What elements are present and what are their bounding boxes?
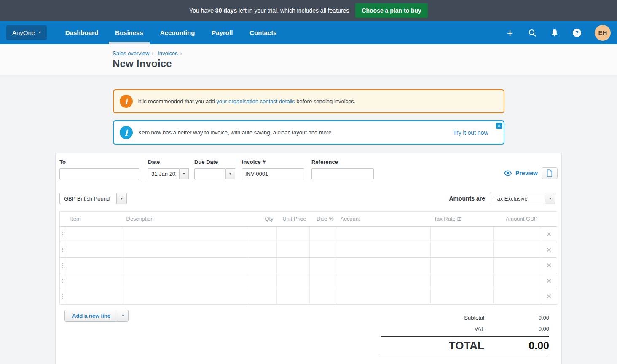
breadcrumb: Sales overview› Invoices› — [113, 50, 617, 56]
unit-price-cell[interactable] — [277, 242, 310, 258]
drag-handle-icon[interactable] — [62, 232, 65, 237]
amounts-are-value: Tax Exclusive — [490, 193, 545, 204]
tax-rate-cell[interactable] — [431, 242, 494, 258]
org-menu-button[interactable]: AnyOne ▾ — [6, 25, 47, 40]
invoice-number-input[interactable] — [242, 168, 304, 179]
handle-column-header — [60, 212, 67, 227]
nav-accounting[interactable]: Accounting — [155, 21, 201, 44]
tax-rate-expand-icon[interactable]: ⊞ — [457, 216, 461, 222]
amounts-are-caret-icon: ▾ — [545, 193, 555, 204]
account-cell[interactable] — [337, 227, 431, 242]
help-icon[interactable]: ? — [572, 28, 582, 37]
close-icon[interactable]: ✕ — [496, 123, 502, 129]
unit-price-cell[interactable] — [277, 289, 310, 305]
due-date-picker-caret-icon[interactable]: ▾ — [226, 168, 235, 179]
total-value: 0.00 — [484, 340, 549, 352]
amount-cell[interactable] — [494, 273, 541, 289]
delete-row-icon[interactable]: ✕ — [546, 246, 552, 253]
delete-column-header — [541, 212, 557, 227]
item-cell[interactable] — [67, 289, 123, 305]
delete-row-icon[interactable]: ✕ — [546, 278, 552, 284]
item-cell[interactable] — [67, 273, 123, 289]
currency-select[interactable]: GBP British Pound ▾ — [59, 193, 127, 204]
preview-button[interactable]: Preview — [504, 170, 538, 177]
drag-handle-icon[interactable] — [62, 247, 65, 252]
account-cell[interactable] — [337, 242, 431, 258]
warning-info-icon: i — [120, 95, 133, 108]
vat-label: VAT — [381, 326, 484, 332]
notifications-bell-icon[interactable] — [550, 28, 559, 37]
item-cell[interactable] — [67, 227, 123, 242]
delete-row-icon[interactable]: ✕ — [546, 262, 552, 268]
amount-cell[interactable] — [494, 242, 541, 258]
trial-message: You have 30 days left in your trial, whi… — [189, 7, 349, 14]
organisation-contact-details-link[interactable]: your organisation contact details — [216, 98, 295, 104]
nav-business[interactable]: Business — [110, 21, 149, 44]
tax-rate-cell[interactable] — [431, 258, 494, 273]
add-line-caret-icon[interactable]: ▾ — [118, 310, 128, 321]
nav-payroll[interactable]: Payroll — [206, 21, 238, 44]
date-input[interactable] — [148, 168, 180, 179]
line-item-row: ✕ — [60, 273, 557, 289]
description-cell[interactable] — [123, 289, 249, 305]
nav-dashboard[interactable]: Dashboard — [60, 21, 104, 44]
eye-icon — [504, 170, 512, 176]
breadcrumb-sales-overview[interactable]: Sales overview — [113, 50, 149, 56]
nav-contacts[interactable]: Contacts — [244, 21, 282, 44]
qty-cell[interactable] — [249, 273, 277, 289]
drag-handle-icon[interactable] — [62, 263, 65, 268]
line-item-row: ✕ — [60, 258, 557, 273]
qty-cell[interactable] — [249, 227, 277, 242]
primary-nav: Dashboard Business Accounting Payroll Co… — [57, 21, 285, 44]
disc-cell[interactable] — [310, 242, 337, 258]
item-cell[interactable] — [67, 258, 123, 273]
disc-cell[interactable] — [310, 273, 337, 289]
create-new-icon[interactable]: + — [505, 28, 515, 37]
tax-rate-cell[interactable] — [431, 227, 494, 242]
delete-row-icon[interactable]: ✕ — [546, 293, 552, 300]
description-cell[interactable] — [123, 273, 249, 289]
disc-cell[interactable] — [310, 227, 337, 242]
qty-cell[interactable] — [249, 242, 277, 258]
description-cell[interactable] — [123, 258, 249, 273]
drag-handle-icon[interactable] — [62, 278, 65, 284]
qty-cell[interactable] — [249, 289, 277, 305]
item-cell[interactable] — [67, 242, 123, 258]
date-label: Date — [148, 159, 189, 165]
tax-rate-cell[interactable] — [431, 289, 494, 305]
line-items-table: Item Description Qty Unit Price Disc % A… — [59, 211, 557, 305]
main-navbar: AnyOne ▾ Dashboard Business Accounting P… — [0, 21, 617, 44]
delete-row-icon[interactable]: ✕ — [546, 231, 552, 237]
tax-rate-cell[interactable] — [431, 273, 494, 289]
document-layout-button[interactable] — [542, 167, 558, 179]
amounts-are-select[interactable]: Tax Exclusive ▾ — [490, 193, 555, 204]
unit-price-cell[interactable] — [277, 227, 310, 242]
disc-cell[interactable] — [310, 289, 337, 305]
account-cell[interactable] — [337, 289, 431, 305]
disc-column-header: Disc % — [310, 212, 337, 227]
amount-cell[interactable] — [494, 258, 541, 273]
unit-price-cell[interactable] — [277, 258, 310, 273]
disc-cell[interactable] — [310, 258, 337, 273]
reference-input[interactable] — [311, 168, 374, 179]
to-input[interactable] — [59, 168, 139, 179]
account-cell[interactable] — [337, 273, 431, 289]
add-new-line-button[interactable]: Add a new line ▾ — [64, 310, 129, 322]
description-cell[interactable] — [123, 242, 249, 258]
choose-plan-button[interactable]: Choose a plan to buy — [355, 3, 428, 18]
date-picker-caret-icon[interactable]: ▾ — [180, 168, 189, 179]
description-cell[interactable] — [123, 227, 249, 242]
due-date-input[interactable] — [194, 168, 226, 179]
qty-cell[interactable] — [249, 258, 277, 273]
currency-row: GBP British Pound ▾ Amounts are Tax Excl… — [59, 193, 558, 204]
unit-price-cell[interactable] — [277, 273, 310, 289]
user-avatar[interactable]: EH — [595, 25, 611, 41]
drag-handle-icon[interactable] — [62, 294, 65, 299]
vat-row: VAT 0.00 — [381, 323, 549, 334]
amount-cell[interactable] — [494, 289, 541, 305]
amount-cell[interactable] — [494, 227, 541, 242]
breadcrumb-invoices[interactable]: Invoices — [158, 50, 178, 56]
search-icon[interactable] — [528, 28, 537, 37]
account-cell[interactable] — [337, 258, 431, 273]
try-it-out-link[interactable]: Try it out now — [453, 129, 488, 136]
